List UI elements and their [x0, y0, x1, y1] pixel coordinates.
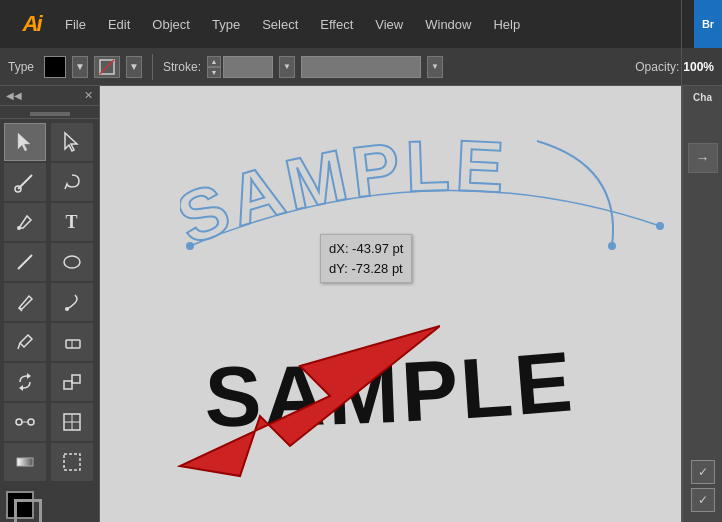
scale-tool[interactable] [51, 363, 93, 401]
stroke-unit-dropdown[interactable]: ▼ [279, 56, 295, 78]
brush-tool[interactable] [51, 283, 93, 321]
eraser-tool[interactable] [51, 323, 93, 361]
ai-logo: Ai [8, 0, 55, 48]
eyedropper-tool[interactable] [4, 323, 46, 361]
sample-blue-text: SAMPLE [180, 126, 670, 270]
menu-type[interactable]: Type [202, 0, 250, 48]
stroke-color-swatch[interactable] [14, 499, 42, 522]
ellipse-tool[interactable] [51, 243, 93, 281]
stroke-up[interactable]: ▲ [207, 56, 221, 67]
opacity-area: Opacity: 100% [635, 60, 714, 74]
fill-dropdown[interactable]: ▼ [72, 56, 88, 78]
menu-object[interactable]: Object [142, 0, 200, 48]
right-panel: Cha → ✓ ✓ [682, 86, 722, 522]
svg-rect-15 [72, 375, 80, 383]
svg-line-1 [100, 60, 114, 74]
canvas-area[interactable]: SAMPLE dX: -43.97 pt dY: -73.28 pt [100, 86, 682, 522]
check-item-1[interactable]: ✓ [691, 460, 715, 484]
direct-select-tool[interactable] [51, 123, 93, 161]
pen-tool[interactable] [4, 203, 46, 241]
opacity-value: 100% [683, 60, 714, 74]
toolbox: ◀◀ ✕ T [0, 86, 100, 522]
menu-view[interactable]: View [365, 0, 413, 48]
fill-stroke-swatches [6, 491, 50, 522]
mesh-tool[interactable] [51, 403, 93, 441]
svg-rect-14 [64, 381, 72, 389]
svg-point-6 [64, 256, 80, 268]
menu-select[interactable]: Select [252, 0, 308, 48]
svg-marker-12 [27, 373, 31, 379]
right-panel-controls: → [688, 143, 718, 173]
pencil-tool[interactable] [4, 283, 46, 321]
menu-help[interactable]: Help [483, 0, 530, 48]
fill-swatch[interactable] [44, 56, 66, 78]
menu-items: File Edit Object Type Select Effect View… [55, 0, 530, 48]
color-swatches [0, 485, 99, 522]
no-fill-indicator [94, 56, 120, 78]
stroke-swatch-dropdown[interactable]: ▼ [126, 56, 142, 78]
svg-rect-23 [64, 454, 80, 470]
stroke-input-group: ▲ ▼ [207, 56, 273, 78]
stroke-down[interactable]: ▼ [207, 67, 221, 78]
br-badge: Br [694, 0, 722, 48]
menu-effect[interactable]: Effect [310, 0, 363, 48]
checkbox-area: ✓ ✓ [691, 460, 715, 512]
toolbox-collapse[interactable]: ◀◀ [6, 90, 22, 101]
right-panel-arrow-btn[interactable]: → [688, 143, 718, 173]
line-tool[interactable] [4, 243, 46, 281]
menu-file[interactable]: File [55, 0, 96, 48]
stroke-value-field[interactable] [223, 56, 273, 78]
svg-rect-10 [66, 340, 80, 348]
gradient-tool[interactable] [4, 443, 46, 481]
menu-edit[interactable]: Edit [98, 0, 140, 48]
stroke-extra-dropdown[interactable]: ▼ [427, 56, 443, 78]
artboard-tool[interactable] [51, 443, 93, 481]
main-layout: ◀◀ ✕ T [0, 86, 722, 522]
menu-bar: Ai File Edit Object Type Select Effect V… [0, 0, 722, 48]
magic-wand-tool[interactable] [4, 163, 46, 201]
svg-marker-27 [180, 326, 440, 476]
right-panel-title: Cha [693, 92, 712, 103]
type-tool[interactable]: T [51, 203, 93, 241]
svg-marker-13 [19, 385, 23, 391]
toolbox-header: ◀◀ ✕ [0, 86, 99, 106]
svg-point-16 [16, 419, 22, 425]
lasso-tool[interactable] [51, 163, 93, 201]
svg-line-5 [18, 255, 32, 269]
stroke-extra-field[interactable] [301, 56, 421, 78]
toolbox-drag-bar [0, 106, 99, 119]
stroke-label: Stroke: [163, 60, 201, 74]
red-arrow [160, 266, 440, 490]
check-item-2[interactable]: ✓ [691, 488, 715, 512]
svg-line-9 [18, 343, 20, 349]
toolbar: Type ▼ ▼ Stroke: ▲ ▼ ▼ ▼ Opacity: 100% [0, 48, 722, 86]
svg-point-17 [28, 419, 34, 425]
svg-rect-22 [17, 458, 33, 466]
rotate-tool[interactable] [4, 363, 46, 401]
blend-tool[interactable] [4, 403, 46, 441]
select-tool[interactable] [4, 123, 46, 161]
svg-point-4 [17, 226, 21, 230]
opacity-label: Opacity: [635, 60, 679, 74]
toolbox-close-btn[interactable]: ✕ [84, 89, 93, 102]
svg-point-8 [65, 307, 69, 311]
type-label: Type [8, 60, 34, 74]
stroke-spinners[interactable]: ▲ ▼ [207, 56, 221, 78]
divider-1 [152, 54, 153, 80]
menu-window[interactable]: Window [415, 0, 481, 48]
tooltip-dx: dX: -43.97 pt [329, 239, 403, 259]
tool-grid: T [0, 119, 99, 485]
